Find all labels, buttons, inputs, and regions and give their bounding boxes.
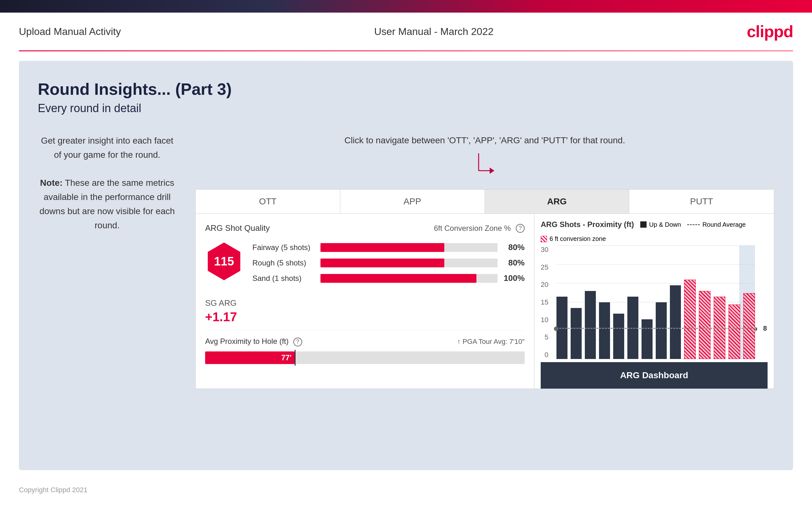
chart-area: 0 5 10 15 20 25 30 (556, 246, 755, 359)
legend-up-down: Up & Down (640, 221, 681, 228)
header-divider (19, 50, 793, 51)
help-icon[interactable]: ? (516, 224, 525, 233)
chart-bar-14 (743, 293, 755, 359)
sand-label: Sand (1 shots) (252, 274, 315, 283)
note-label: Note: (40, 178, 63, 188)
sand-fill (320, 274, 476, 283)
legend-square-icon (640, 221, 647, 228)
chart-title: ARG Shots - Proximity (ft) (541, 220, 634, 229)
fairway-bar (320, 243, 498, 252)
legend-up-down-label: Up & Down (649, 221, 681, 228)
shot-row-sand: Sand (1 shots) 100% (252, 273, 525, 283)
rough-label: Rough (5 shots) (252, 259, 315, 267)
chart-bar-10 (684, 280, 696, 359)
tab-arg[interactable]: ARG (485, 189, 629, 214)
rough-pct: 80% (503, 258, 525, 268)
arg-dashboard-button[interactable]: ARG Dashboard (541, 362, 768, 389)
hexagon-value: 115 (214, 255, 234, 268)
tab-putt[interactable]: PUTT (629, 189, 774, 214)
legend-round-avg: Round Average (687, 221, 746, 228)
copyright: Copyright Clippd 2021 (19, 486, 88, 494)
manual-label: User Manual - March 2022 (374, 26, 494, 38)
sg-label: SG ARG (205, 298, 525, 308)
chart-bar-13 (728, 304, 740, 359)
pga-avg: ↑ PGA Tour Avg: 7'10" (457, 338, 525, 346)
y-tick-25: 25 (541, 263, 551, 272)
chart-bar-9 (670, 285, 681, 359)
footer: Copyright Clippd 2021 (0, 480, 812, 500)
proximity-header: Avg Proximity to Hole (ft) ? ↑ PGA Tour … (205, 337, 525, 346)
fairway-fill (320, 243, 444, 252)
score-hexagon: 115 (205, 242, 243, 280)
fairway-pct: 80% (503, 242, 525, 252)
proximity-bar: 77' (205, 351, 525, 364)
header: Upload Manual Activity User Manual - Mar… (0, 13, 812, 50)
sand-pct: 100% (503, 273, 525, 283)
chart-bar-2 (571, 308, 582, 359)
left-panel: Get greater insight into each facet of y… (38, 134, 176, 233)
proximity-section: Avg Proximity to Hole (ft) ? ↑ PGA Tour … (205, 330, 525, 364)
tab-ott[interactable]: OTT (196, 189, 340, 214)
right-panel: Click to navigate between 'OTT', 'APP', … (195, 134, 774, 389)
tab-app[interactable]: APP (340, 189, 485, 214)
proximity-fill: 77' (205, 351, 295, 364)
proximity-title: Avg Proximity to Hole (ft) ? (205, 337, 302, 346)
proximity-help-icon[interactable]: ? (293, 338, 302, 346)
chart-bar-3 (585, 291, 596, 359)
chart-header: ARG Shots - Proximity (ft) Up & Down Rou… (541, 220, 768, 242)
shot-row-fairway: Fairway (5 shots) 80% (252, 242, 525, 252)
panel-header: ARG Shot Quality 6ft Conversion Zone % ? (205, 223, 525, 233)
y-tick-15: 15 (541, 298, 551, 306)
nav-hint-text: Click to navigate between 'OTT', 'APP', … (195, 134, 774, 147)
main-content: Round Insights... (Part 3) Every round i… (19, 61, 793, 470)
page-title: Round Insights... (Part 3) (38, 80, 774, 99)
legend-conversion: 6 ft conversion zone (541, 235, 606, 242)
legend-conversion-label: 6 ft conversion zone (550, 235, 606, 242)
bars-container (556, 246, 755, 359)
legend-round-avg-label: Round Average (702, 221, 746, 228)
chart-bar-8 (656, 302, 667, 359)
tabs-row: OTT APP ARG PUTT (196, 189, 774, 214)
proximity-cursor (295, 350, 296, 365)
content-layout: Get greater insight into each facet of y… (38, 134, 774, 389)
upload-label[interactable]: Upload Manual Activity (19, 26, 121, 38)
y-axis: 0 5 10 15 20 25 30 (541, 246, 551, 359)
dashed-value: 8 (763, 324, 767, 333)
y-tick-0: 0 (541, 351, 551, 359)
clippd-logo: clippd (747, 22, 793, 41)
nav-hint-area: Click to navigate between 'OTT', 'APP', … (195, 134, 774, 183)
sg-value: +1.17 (205, 310, 525, 324)
dashed-reference-line (556, 328, 755, 329)
hexagon-container: 115 Fairway (5 shots) 80% (205, 242, 525, 289)
sand-bar (320, 274, 498, 283)
y-tick-20: 20 (541, 281, 551, 289)
chart-bar-4 (599, 302, 610, 359)
legend-hatched-icon (541, 236, 547, 242)
rough-fill (320, 259, 444, 267)
top-bar (0, 0, 812, 13)
right-chart-panel: ARG Shots - Proximity (ft) Up & Down Rou… (535, 214, 774, 389)
y-tick-5: 5 (541, 333, 551, 341)
sg-section: SG ARG +1.17 (205, 298, 525, 324)
insight-text: Get greater insight into each facet of y… (38, 134, 176, 233)
proximity-value: 77' (282, 353, 292, 362)
conversion-zone-label: 6ft Conversion Zone % ? (434, 224, 525, 233)
arrow-indicator (195, 150, 774, 183)
y-tick-30: 30 (541, 246, 551, 254)
rough-bar (320, 259, 498, 267)
legend-dashed-icon (687, 224, 700, 225)
shot-quality-bars: Fairway (5 shots) 80% Rough (5 shots) (252, 242, 525, 289)
fairway-label: Fairway (5 shots) (252, 243, 315, 252)
chart-bar-11 (699, 291, 711, 359)
y-tick-10: 10 (541, 316, 551, 324)
svg-marker-2 (490, 168, 494, 174)
logo-area: clippd (747, 22, 793, 41)
arg-shot-quality-title: ARG Shot Quality (205, 223, 270, 233)
chart-bar-7 (642, 319, 653, 359)
shot-row-rough: Rough (5 shots) 80% (252, 258, 525, 268)
page-subtitle: Every round in detail (38, 102, 774, 115)
main-panel-content: ARG Shot Quality 6ft Conversion Zone % ?… (196, 214, 774, 389)
chart-bar-5 (613, 314, 624, 359)
tabs-container: OTT APP ARG PUTT (195, 189, 774, 389)
left-data-panel: ARG Shot Quality 6ft Conversion Zone % ?… (196, 214, 535, 389)
